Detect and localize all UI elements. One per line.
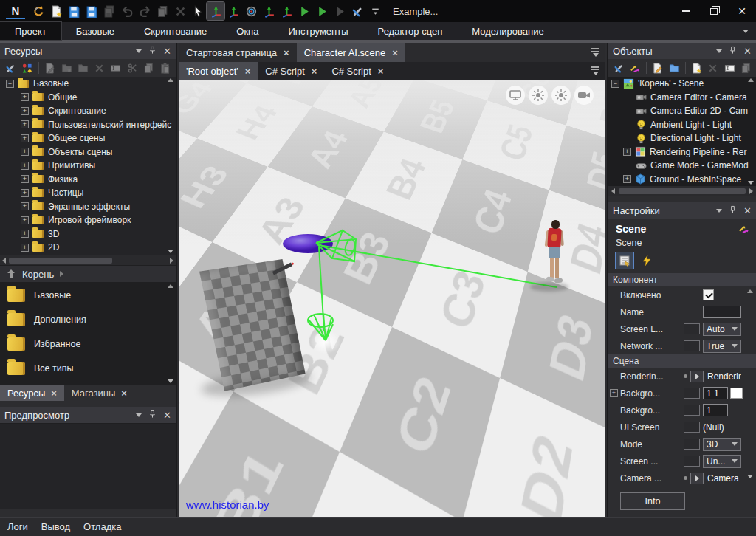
expand-reference-button[interactable]	[690, 371, 704, 382]
panel-tab-Ресурсы[interactable]: Ресурсы×	[0, 385, 64, 401]
character-model[interactable]	[542, 220, 568, 294]
expander-icon[interactable]: +	[610, 389, 618, 397]
translate-tool-icon[interactable]	[224, 2, 242, 20]
undo-icon[interactable]	[118, 2, 136, 20]
property-default-box[interactable]	[684, 456, 700, 467]
expander-icon[interactable]: +	[21, 134, 29, 142]
tree-item[interactable]: +Экранные эффекты	[0, 200, 176, 214]
close-button[interactable]: ✕	[728, 0, 756, 22]
scroll-left-arrow[interactable]	[2, 258, 6, 264]
property-text-input[interactable]	[703, 306, 741, 318]
expander-icon[interactable]: +	[623, 175, 631, 183]
edit-icon[interactable]	[43, 61, 58, 76]
property-default-box[interactable]	[684, 388, 700, 399]
expand-reference-button[interactable]	[690, 473, 704, 484]
tree-item[interactable]	[0, 255, 176, 255]
close-tab-icon[interactable]: ×	[312, 66, 317, 76]
copy-icon[interactable]	[738, 61, 753, 76]
new-resource-icon[interactable]	[19, 61, 34, 76]
document-tab[interactable]: Стартовая страница×	[179, 43, 297, 62]
expander-icon[interactable]: +	[21, 189, 29, 197]
events-tab-icon[interactable]	[638, 252, 656, 269]
panel-tab-Магазины[interactable]: Магазины×	[64, 385, 134, 401]
delete-icon[interactable]	[92, 61, 106, 76]
transform-icon[interactable]	[628, 61, 642, 76]
document-tab[interactable]: 'Root object'×	[179, 62, 258, 80]
property-default-box[interactable]	[684, 405, 700, 416]
close-panel-icon[interactable]: ✕	[743, 206, 752, 216]
document-tab[interactable]: Character AI.scene×	[297, 43, 405, 62]
reference-value[interactable]: Renderir	[707, 371, 741, 382]
tree-item[interactable]: −Базовые	[0, 77, 176, 91]
expander-icon[interactable]: −	[611, 80, 619, 88]
close-panel-icon[interactable]: ✕	[743, 47, 752, 56]
scroll-down-arrow[interactable]	[168, 250, 173, 253]
scroll-up-arrow[interactable]	[168, 284, 173, 288]
tree-item[interactable]: +Частицы	[0, 186, 176, 200]
resources-vscrollbar[interactable]	[166, 78, 175, 253]
refresh-icon[interactable]	[30, 2, 47, 20]
tree-item[interactable]: +3D	[0, 227, 176, 241]
object-tree-item[interactable]: +Ground - MeshInSpace	[608, 173, 756, 187]
object-tree-item[interactable]: +Rendering Pipeline - Rer	[608, 145, 756, 159]
play-disabled-icon[interactable]	[331, 2, 348, 20]
scroll-down-arrow[interactable]	[747, 475, 753, 478]
save-icon[interactable]	[65, 2, 83, 20]
pin-icon[interactable]	[148, 408, 157, 422]
panel-menu-icon[interactable]	[716, 209, 722, 213]
move-tool-icon[interactable]	[207, 2, 224, 20]
pin-icon[interactable]	[729, 44, 737, 58]
tab-list-menu-icon[interactable]	[591, 62, 599, 80]
scroll-down-arrow[interactable]	[168, 379, 173, 383]
scroll-left-arrow[interactable]	[611, 188, 615, 194]
objects-hscrollbar[interactable]	[608, 186, 756, 196]
expander-icon[interactable]: +	[623, 148, 631, 156]
settings-icon[interactable]	[611, 61, 626, 76]
file-list-item[interactable]: Базовые	[0, 283, 176, 307]
panel-menu-icon[interactable]	[136, 49, 142, 53]
property-checkbox[interactable]	[703, 289, 714, 300]
paste-icon[interactable]	[158, 61, 173, 76]
menu-item-Скриптование[interactable]: Скриптование	[129, 22, 221, 40]
object-tree-item[interactable]: Camera Editor 2D - Cam	[608, 104, 756, 118]
settings-icon[interactable]	[3, 61, 18, 76]
menu-overflow-icon[interactable]	[743, 22, 749, 40]
delete-icon[interactable]	[171, 2, 189, 20]
cut-icon[interactable]	[125, 61, 140, 76]
object-tree-item[interactable]: Camera Editor - Camera	[608, 91, 756, 105]
pin-icon[interactable]	[148, 44, 157, 58]
file-list-item[interactable]: Все типы	[0, 356, 176, 380]
expander-icon[interactable]: +	[21, 216, 29, 224]
panel-menu-icon[interactable]	[136, 413, 142, 417]
display-icon[interactable]	[506, 86, 525, 105]
redo-icon[interactable]	[136, 2, 154, 20]
tab-list-menu-icon[interactable]	[591, 43, 599, 62]
save-as-icon[interactable]	[83, 2, 100, 20]
close-tab-icon[interactable]: ×	[121, 388, 127, 398]
document-tab[interactable]: C# Script×	[258, 62, 324, 80]
app-logo-icon[interactable]: N	[6, 3, 25, 19]
property-default-box[interactable]	[684, 340, 700, 351]
scroll-up-arrow[interactable]	[168, 78, 173, 82]
scene-viewport[interactable]: A1A2A3A4A5A6A7A8A1A2A3A4A5A6A7A8A1A2A3A4…	[179, 80, 605, 517]
close-tab-icon[interactable]: ×	[392, 48, 398, 58]
scroll-down-arrow[interactable]	[748, 181, 754, 185]
folder-icon[interactable]	[667, 61, 681, 76]
settings-vscrollbar[interactable]	[746, 289, 755, 478]
rename-icon[interactable]	[109, 61, 123, 76]
properties-tab-icon[interactable]	[616, 252, 633, 269]
panel-menu-icon[interactable]	[716, 49, 722, 53]
files-vscrollbar[interactable]	[166, 284, 175, 383]
scroll-up-arrow[interactable]	[747, 289, 753, 293]
tree-item[interactable]: +Пользовательский интерфейс	[0, 118, 176, 132]
scroll-thumb[interactable]	[9, 258, 112, 264]
tools-icon[interactable]	[348, 2, 366, 20]
close-tab-icon[interactable]: ×	[51, 388, 57, 398]
object-tree-item[interactable]: Directional Light - Light	[608, 131, 756, 145]
menu-item-Базовые[interactable]: Базовые	[61, 22, 129, 40]
tree-item[interactable]: +Общие	[0, 91, 176, 105]
tree-item[interactable]: +Скриптование	[0, 104, 176, 118]
rename-icon[interactable]	[722, 61, 737, 76]
expander-icon[interactable]: +	[21, 120, 29, 128]
expander-icon[interactable]: +	[21, 230, 29, 238]
